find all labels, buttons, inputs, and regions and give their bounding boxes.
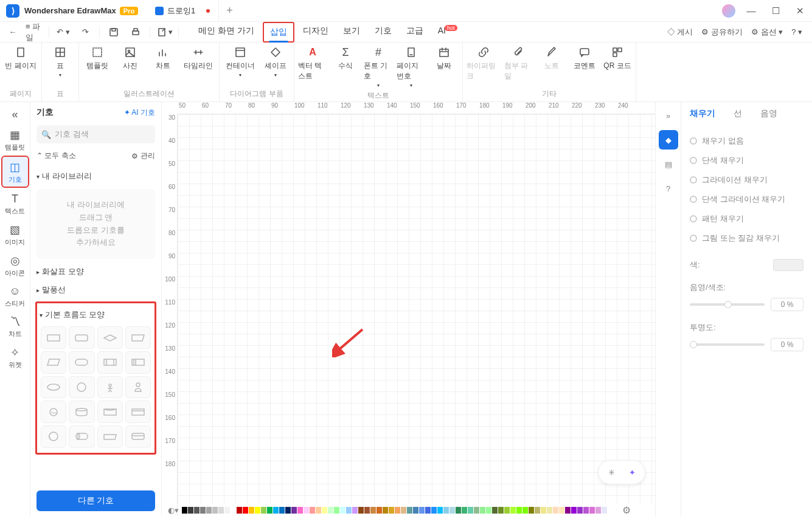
- manage-button[interactable]: ⚙ 관리: [131, 151, 155, 161]
- color-swatch[interactable]: [583, 507, 589, 514]
- color-swatch[interactable]: [389, 507, 394, 514]
- page-number-button[interactable]: 페이지 번호▾: [397, 45, 426, 88]
- fill-none-radio[interactable]: 채우기 없음: [690, 131, 803, 151]
- collapse-rail-button[interactable]: «: [1, 105, 29, 123]
- rail-sticker-button[interactable]: ☺스티커: [1, 281, 29, 311]
- color-swatch[interactable]: [206, 507, 212, 514]
- color-swatch[interactable]: [407, 507, 412, 514]
- color-swatch[interactable]: [316, 507, 321, 514]
- color-swatch[interactable]: [249, 507, 254, 514]
- color-swatch[interactable]: [334, 507, 339, 514]
- more-symbols-button[interactable]: 다른 기호: [36, 490, 155, 511]
- color-swatch[interactable]: [310, 507, 315, 514]
- collapse-all-button[interactable]: ⌃ 모두 축소: [36, 151, 76, 161]
- canvas-area[interactable]: 5060708090100110120130140150160170180190…: [162, 102, 655, 516]
- back-button[interactable]: ←: [4, 23, 22, 41]
- color-swatch[interactable]: [188, 507, 193, 514]
- help-icon[interactable]: ?: [659, 179, 678, 198]
- color-swatch[interactable]: [413, 507, 418, 514]
- rail-image-button[interactable]: ▧이미지: [1, 219, 29, 249]
- rail-text-button[interactable]: T텍스트: [1, 189, 29, 218]
- color-swatch[interactable]: [425, 507, 431, 514]
- close-button[interactable]: ✕: [788, 5, 812, 16]
- eyedropper-icon[interactable]: ◐▾: [168, 506, 179, 515]
- color-swatch[interactable]: [565, 507, 571, 514]
- table-button[interactable]: 표▾: [46, 45, 75, 78]
- top-share-button[interactable]: ⚙ 공유하기: [701, 27, 743, 38]
- fill-solid-gradient-radio[interactable]: 단색 그라데이션 채우기: [690, 190, 803, 209]
- flowchart-shape-13[interactable]: [69, 401, 94, 423]
- color-swatch[interactable]: [419, 507, 425, 514]
- mylib-section-header[interactable]: ▾내 라이브러리: [30, 167, 161, 185]
- line-tab[interactable]: 선: [734, 108, 742, 119]
- color-swatch[interactable]: [285, 507, 291, 514]
- flowchart-shape-4[interactable]: [41, 351, 66, 374]
- flowchart-shape-5[interactable]: [69, 351, 94, 374]
- color-swatch[interactable]: [212, 507, 218, 514]
- blank-page-button[interactable]: 빈 페이지: [4, 45, 38, 71]
- color-swatch[interactable]: [243, 507, 248, 514]
- print-button[interactable]: [127, 23, 145, 41]
- color-swatch[interactable]: [401, 507, 406, 514]
- mylib-drop-area[interactable]: 내 라이브러리에드래그 앤드롭으로 기호를추가하세요: [36, 189, 155, 259]
- menu-tab-1[interactable]: 삽입: [263, 22, 294, 43]
- menu-tab-4[interactable]: 기호: [369, 22, 398, 43]
- file-menu-button[interactable]: ≡ 파일: [26, 23, 44, 41]
- rail-icon-button[interactable]: ◎아이콘: [1, 250, 29, 280]
- top-publish-button[interactable]: ◇ 게시: [667, 27, 693, 38]
- color-swatch[interactable]: [462, 507, 467, 514]
- fill-tab[interactable]: 채우기: [690, 108, 715, 119]
- menu-tab-5[interactable]: 고급: [400, 22, 429, 43]
- sparkle-button[interactable]: ✳: [603, 464, 619, 480]
- container-button[interactable]: 컨테이너▾: [223, 45, 257, 78]
- avatar[interactable]: [722, 4, 735, 18]
- font-symbol-button[interactable]: #폰트 기호▾: [364, 45, 393, 88]
- menu-tab-3[interactable]: 보기: [337, 22, 366, 43]
- color-swatch[interactable]: [237, 507, 242, 514]
- color-swatch[interactable]: [535, 507, 540, 514]
- color-swatch[interactable]: [559, 507, 564, 514]
- color-swatch[interactable]: [297, 507, 303, 514]
- top-options-button[interactable]: ⚙ 옵션 ▾: [751, 27, 783, 38]
- color-swatch[interactable]: [340, 507, 345, 514]
- color-swatch[interactable]: [261, 507, 266, 514]
- color-swatch[interactable]: [602, 507, 607, 514]
- color-swatch[interactable]: [322, 507, 327, 514]
- timeline-button[interactable]: 타임라인: [181, 45, 215, 71]
- rail-template-button[interactable]: ▦템플릿: [1, 125, 29, 154]
- color-swatch[interactable]: [364, 507, 370, 514]
- flowchart-shape-16[interactable]: [41, 425, 66, 448]
- canvas-grid[interactable]: [178, 114, 655, 504]
- color-swatch[interactable]: [194, 507, 200, 514]
- flowchart-shape-11[interactable]: [125, 376, 151, 399]
- color-swatch[interactable]: [510, 507, 516, 514]
- comment-button[interactable]: 코멘트: [570, 45, 599, 81]
- tint-slider[interactable]: [690, 303, 765, 306]
- document-tab[interactable]: 드로잉1: [147, 0, 219, 22]
- help-button[interactable]: ? ▾: [791, 27, 802, 36]
- color-swatch[interactable]: [553, 507, 558, 514]
- color-swatch[interactable]: [522, 507, 528, 514]
- color-swatch[interactable]: [486, 507, 491, 514]
- color-swatch[interactable]: [395, 507, 400, 514]
- opacity-slider[interactable]: [690, 343, 765, 346]
- picture-button[interactable]: 사진: [116, 45, 145, 71]
- flowchart-shape-17[interactable]: [69, 425, 94, 448]
- color-swatch[interactable]: [291, 507, 297, 514]
- arrow-section-header[interactable]: ▸화살표 모양: [30, 263, 161, 281]
- flowchart-shape-0[interactable]: [41, 326, 66, 349]
- flowchart-shape-15[interactable]: [125, 401, 151, 423]
- color-swatch[interactable]: [377, 507, 382, 514]
- formula-button[interactable]: Σ수식: [331, 45, 360, 88]
- color-swatch[interactable]: [773, 259, 803, 271]
- color-swatch[interactable]: [431, 507, 437, 514]
- ai-assist-button[interactable]: ✦: [624, 464, 640, 480]
- color-swatch[interactable]: [279, 507, 285, 514]
- color-swatch[interactable]: [480, 507, 485, 514]
- color-swatch[interactable]: [449, 507, 455, 514]
- flowchart-shape-2[interactable]: [97, 326, 123, 349]
- color-swatch[interactable]: [443, 507, 449, 514]
- qr-button[interactable]: QR 코드: [603, 45, 632, 81]
- vector-text-button[interactable]: A벡터 텍스트: [298, 45, 327, 88]
- color-swatch[interactable]: [498, 507, 504, 514]
